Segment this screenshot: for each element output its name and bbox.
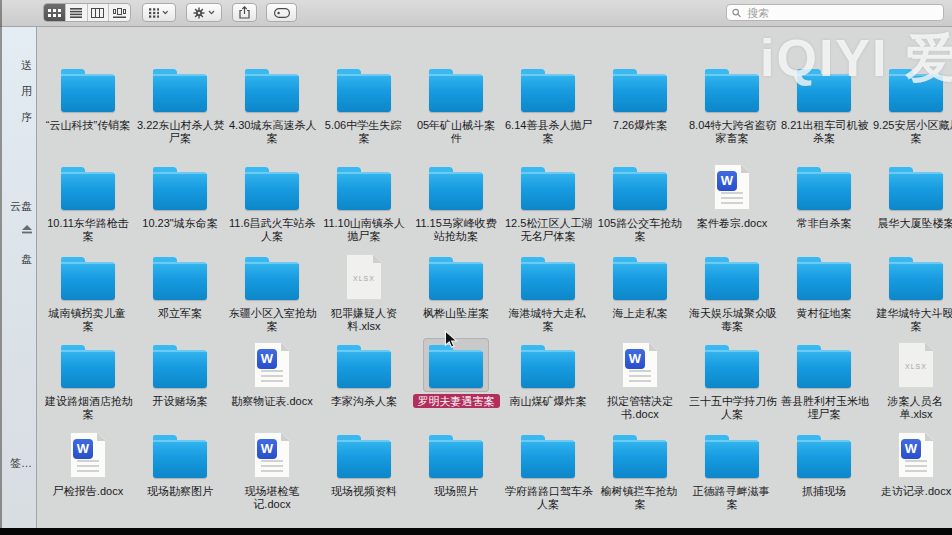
folder-icon	[699, 62, 765, 116]
sidebar-item-fragment[interactable]: 用	[21, 84, 32, 99]
coverflow-view-button[interactable]	[109, 4, 130, 21]
item-label: 12.5松江区人工湖无名尸体案	[502, 217, 594, 243]
grid-item[interactable]: 4.30城东高速杀人案	[226, 62, 318, 145]
folder-icon	[607, 62, 673, 116]
grid-item[interactable]: W尸检报告.docx	[42, 428, 134, 498]
grid-item[interactable]: 常非自杀案	[778, 160, 870, 230]
word-document-icon: W	[607, 338, 673, 392]
letterbox-bar	[0, 528, 952, 535]
icon-view-icon	[48, 8, 61, 18]
file-grid: “云山科技”传销案3.22东山村杀人焚尸案4.30城东高速杀人案5.06中学生失…	[0, 26, 952, 528]
item-label: 勘察物证表.docx	[226, 395, 318, 408]
tags-button[interactable]	[266, 3, 297, 22]
item-label: 建华城特大斗殴案	[870, 307, 952, 333]
grid-item[interactable]: W现场堪检笔记.docx	[226, 428, 318, 511]
item-label: 罗明夫妻遇害案	[410, 395, 502, 408]
grid-item[interactable]: 黄村征地案	[778, 250, 870, 320]
grid-item[interactable]: 10.11东华路枪击案	[42, 160, 134, 243]
icon-view-button[interactable]	[44, 4, 66, 21]
group-by-button[interactable]	[142, 3, 176, 22]
grid-item[interactable]: 建华城特大斗殴案	[870, 250, 952, 333]
grid-item[interactable]: W拟定管辖决定书.docx	[594, 338, 686, 421]
grid-item[interactable]: 05年矿山械斗案件	[410, 62, 502, 145]
item-label: 尸检报告.docx	[42, 485, 134, 498]
grid-item[interactable]: 南山煤矿爆炸案	[502, 338, 594, 408]
grid-item[interactable]: 正德路寻衅滋事案	[686, 428, 778, 511]
item-label: 8.21出租车司机被杀案	[778, 119, 870, 145]
tag-icon	[274, 8, 290, 18]
grid-item[interactable]: 榆树镇拦车抢劫案	[594, 428, 686, 511]
folder-icon	[147, 428, 213, 482]
sidebar-item-fragment[interactable]: 序	[21, 110, 32, 125]
cursor-arrow	[444, 330, 458, 349]
grid-item[interactable]: 8.21出租车司机被杀案	[778, 62, 870, 145]
actions-button[interactable]	[186, 3, 222, 22]
folder-icon	[883, 62, 949, 116]
column-view-button[interactable]	[88, 4, 110, 21]
grid-item[interactable]: 11.6昌武火车站杀人案	[226, 160, 318, 243]
grid-item[interactable]: 李家沟杀人案	[318, 338, 410, 408]
search-input[interactable]	[745, 6, 938, 20]
grid-item[interactable]: 11.10山南镇杀人抛尸案	[318, 160, 410, 243]
grid-item[interactable]: 三十五中学持刀伤人案	[686, 338, 778, 421]
grid-item[interactable]: 开设赌场案	[134, 338, 226, 408]
grid-item[interactable]: 现场视频资料	[318, 428, 410, 498]
grid-item[interactable]: 5.06中学生失踪案	[318, 62, 410, 145]
item-label: “云山科技”传销案	[42, 119, 134, 132]
grid-item[interactable]: 8.04特大跨省盗窃家畜案	[686, 62, 778, 145]
grid-item[interactable]: W走访记录.docx	[870, 428, 952, 498]
item-label: 8.04特大跨省盗窃家畜案	[686, 119, 778, 145]
grid-item[interactable]: XLSX犯罪嫌疑人资料.xlsx	[318, 250, 410, 333]
grid-item[interactable]: 海上走私案	[594, 250, 686, 320]
item-label: 3.22东山村杀人焚尸案	[134, 119, 226, 145]
item-label: 邓立军案	[134, 307, 226, 320]
word-document-icon: W	[699, 160, 765, 214]
grid-item[interactable]: 现场勘察图片	[134, 428, 226, 498]
folder-icon	[699, 338, 765, 392]
item-label: 善县胜利村玉米地埋尸案	[778, 395, 870, 421]
item-label: 李家沟杀人案	[318, 395, 410, 408]
sidebar-item-fragment[interactable]: 送	[21, 58, 32, 73]
grid-item[interactable]: 学府路路口驾车杀人案	[502, 428, 594, 511]
grid-item[interactable]: 邓立军案	[134, 250, 226, 320]
grid-item[interactable]: 11.15马家峰收费站抢劫案	[410, 160, 502, 243]
item-label: 建设路烟酒店抢劫案	[42, 395, 134, 421]
grid-item[interactable]: 105路公交车抢劫案	[594, 160, 686, 243]
grid-item[interactable]: “云山科技”传销案	[42, 62, 134, 132]
sidebar-item-fragment[interactable]: 云盘	[10, 199, 32, 214]
sidebar-item-fragment[interactable]: 盘	[21, 252, 32, 267]
grid-item[interactable]: 海天娱乐城聚众吸毒案	[686, 250, 778, 333]
item-label: 学府路路口驾车杀人案	[502, 485, 594, 511]
grid-item[interactable]: 城南镇拐卖儿童案	[42, 250, 134, 333]
grid-item[interactable]: 善县胜利村玉米地埋尸案	[778, 338, 870, 421]
item-label: 10.11东华路枪击案	[42, 217, 134, 243]
xlsx-document-icon: XLSX	[883, 338, 949, 392]
share-button[interactable]	[232, 3, 257, 22]
grid-item[interactable]: 建设路烟酒店抢劫案	[42, 338, 134, 421]
grid-item[interactable]: W案件卷宗.docx	[686, 160, 778, 230]
grid-item[interactable]: W勘察物证表.docx	[226, 338, 318, 408]
folder-icon	[55, 250, 121, 304]
item-label: 犯罪嫌疑人资料.xlsx	[318, 307, 410, 333]
grid-item[interactable]: 9.25安居小区藏尸案	[870, 62, 952, 145]
list-view-button[interactable]	[66, 4, 88, 21]
grid-item[interactable]: 6.14善县杀人抛尸案	[502, 62, 594, 145]
grid-item[interactable]: 12.5松江区人工湖无名尸体案	[502, 160, 594, 243]
grid-item[interactable]: 10.23"城东命案	[134, 160, 226, 230]
sidebar-item-fragment[interactable]: 签…	[10, 456, 32, 471]
grid-item[interactable]: 抓捕现场	[778, 428, 870, 498]
grid-item[interactable]: 现场照片	[410, 428, 502, 498]
grid-item[interactable]: 7.26爆炸案	[594, 62, 686, 132]
grid-item[interactable]: XLSX涉案人员名单.xlsx	[870, 338, 952, 421]
grid-item[interactable]: 3.22东山村杀人焚尸案	[134, 62, 226, 145]
grid-item[interactable]: 晨华大厦坠楼案	[870, 160, 952, 230]
item-label: 正德路寻衅滋事案	[686, 485, 778, 511]
grid-item[interactable]: 枫桦山坠崖案	[410, 250, 502, 320]
grid-item[interactable]: 东疆小区入室抢劫案	[226, 250, 318, 333]
eject-icon[interactable]	[22, 225, 32, 234]
item-label: 黄村征地案	[778, 307, 870, 320]
search-field[interactable]	[726, 4, 944, 21]
folder-icon	[239, 250, 305, 304]
item-label: 海上走私案	[594, 307, 686, 320]
grid-item[interactable]: 海港城特大走私案	[502, 250, 594, 333]
